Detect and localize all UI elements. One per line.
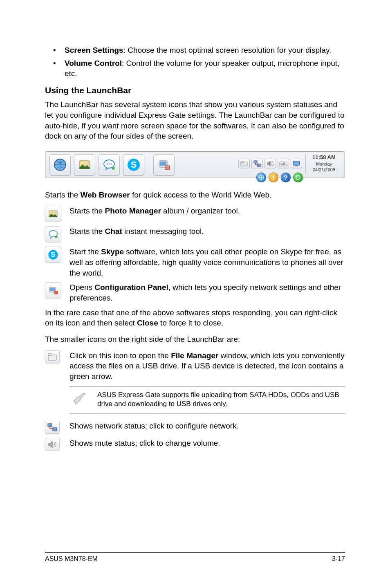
svg-rect-40 [48, 424, 52, 427]
svg-rect-39 [48, 354, 52, 355]
launchbar: S 11:58 AM Monday 04/21/2008 i ? [45, 151, 345, 178]
network-status-icon [45, 421, 60, 434]
launchbar-skype-icon[interactable]: S [123, 154, 144, 175]
para-file-manager: Click on this icon to open the File Mana… [69, 350, 345, 382]
tray-file-icon[interactable] [238, 159, 250, 168]
svg-point-30 [50, 212, 52, 214]
tray-power-icon[interactable] [293, 173, 303, 182]
photo-manager-icon [45, 206, 61, 222]
para-network: Shows network status; click to configure… [69, 421, 345, 431]
tray-keyboard-icon[interactable] [278, 159, 289, 168]
footer-model: ASUS M3N78-EM [45, 554, 98, 563]
svg-rect-20 [280, 163, 281, 164]
page-footer: ASUS M3N78-EM 3-17 [45, 552, 345, 563]
config-panel-icon [45, 282, 61, 298]
svg-rect-38 [48, 355, 56, 360]
svg-rect-23 [284, 163, 285, 164]
svg-point-6 [111, 163, 112, 164]
svg-point-4 [107, 163, 108, 164]
para-config: Opens Configuration Panel, which lets yo… [69, 282, 345, 303]
bullet-screen: Screen Settings: Choose the most optimal… [53, 45, 345, 56]
svg-rect-21 [282, 163, 282, 164]
footer-page: 3-17 [332, 554, 345, 563]
svg-rect-25 [293, 161, 300, 165]
note-text: ASUS Express Gate supports file uploadin… [97, 391, 343, 409]
tray-help-icon[interactable]: ? [281, 173, 291, 182]
svg-rect-26 [295, 166, 298, 166]
note-box: ASUS Express Gate supports file uploadin… [69, 386, 345, 414]
launchbar-config-icon[interactable] [153, 154, 175, 175]
clock-time: 11:58 AM [308, 154, 340, 161]
para-using-launchbar: The LaunchBar has several system icons t… [45, 99, 345, 141]
settings-bullets: Screen Settings: Choose the most optimal… [45, 45, 345, 79]
clock-day: Monday [308, 161, 340, 167]
svg-point-5 [109, 163, 110, 164]
para-web-browser: Starts the Web Browser for quick access … [45, 190, 345, 200]
svg-rect-37 [54, 291, 58, 294]
para-chat: Starts the Chat instant messaging tool. [69, 226, 345, 237]
screen-settings-text: : Choose the most optimal screen resolut… [123, 46, 332, 54]
svg-rect-17 [254, 161, 257, 163]
tray-volume-icon[interactable] [264, 159, 276, 168]
para-rare-case: In the rare case that one of the above s… [45, 307, 345, 328]
svg-rect-36 [50, 288, 55, 291]
svg-rect-11 [160, 162, 166, 166]
svg-text:S: S [51, 251, 55, 259]
launchbar-web-icon[interactable] [49, 154, 71, 175]
para-skype: Start the Skype software, which lets you… [69, 247, 345, 278]
svg-rect-18 [257, 164, 260, 166]
svg-point-32 [55, 236, 58, 238]
skype-icon: S [45, 247, 61, 263]
svg-point-2 [81, 162, 83, 165]
svg-rect-16 [241, 161, 244, 162]
para-mute: Shows mute status; click to change volum… [69, 438, 345, 449]
tray-display-icon[interactable] [291, 159, 302, 168]
launchbar-photo-icon[interactable] [74, 154, 95, 175]
volume-control-label: Volume Control [65, 59, 122, 67]
svg-rect-14 [166, 168, 169, 168]
tray-globe-icon[interactable] [256, 173, 266, 182]
para-smaller-icons: The smaller icons on the right side of t… [45, 334, 345, 345]
screen-settings-label: Screen Settings [65, 46, 123, 54]
clock-date: 04/21/2008 [308, 167, 340, 173]
tray-info-icon[interactable]: i [269, 173, 278, 182]
bullet-volume: Volume Control: Control the volume for y… [53, 58, 345, 79]
svg-rect-41 [53, 428, 57, 431]
svg-rect-13 [166, 166, 169, 167]
para-photo-manager: Starts the Photo Manager album / organiz… [69, 206, 345, 216]
svg-point-7 [112, 166, 115, 170]
svg-rect-22 [283, 163, 284, 164]
svg-text:S: S [131, 159, 137, 170]
chat-icon [45, 226, 61, 242]
mute-status-icon [45, 438, 60, 451]
launchbar-chat-icon[interactable] [99, 154, 120, 175]
svg-rect-24 [281, 164, 285, 165]
tray-clock[interactable]: 11:58 AM Monday 04/21/2008 [305, 154, 342, 173]
svg-rect-19 [280, 162, 287, 166]
web-browser-label: Web Browser [81, 191, 130, 199]
tray-network-icon[interactable] [251, 159, 263, 168]
heading-using-launchbar: Using the LaunchBar [45, 85, 345, 96]
file-manager-icon [45, 350, 60, 364]
pen-icon [72, 391, 90, 406]
